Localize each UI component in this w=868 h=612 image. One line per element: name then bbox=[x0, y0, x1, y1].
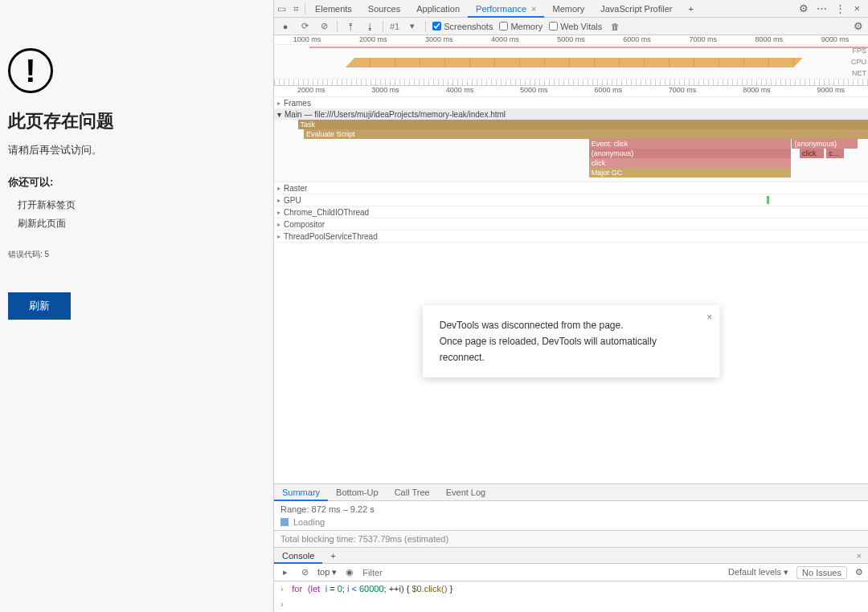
record-icon[interactable]: ● bbox=[279, 22, 292, 31]
track-frames[interactable]: ▸Frames bbox=[274, 98, 314, 108]
device-toggle-icon[interactable]: ⌗ bbox=[289, 3, 303, 14]
track-childio[interactable]: ▸Chrome_ChildIOThread bbox=[274, 207, 372, 218]
screenshots-checkbox[interactable]: Screenshots bbox=[432, 22, 493, 31]
close-devtools-icon[interactable]: × bbox=[854, 2, 860, 14]
performance-toolbar: ● ⟳ ⊘ ⭱ ⭳ #1 ▾ Screenshots Memory Web Vi… bbox=[274, 18, 868, 35]
flame-chart[interactable]: ▸Frames ▾Main — file:///Users/muji/ideaP… bbox=[274, 97, 868, 243]
blocking-time: Total blocking time: 7537.79ms (estimate… bbox=[274, 531, 868, 548]
flame-evaluate-script[interactable]: Evaluate Script bbox=[304, 129, 868, 139]
flame-main-rows[interactable]: Task Evaluate Script Event: click (anony… bbox=[274, 120, 868, 182]
toast-line-1: DevTools was disconnected from the page. bbox=[440, 317, 687, 333]
issues-pill[interactable]: No Issues bbox=[796, 566, 847, 579]
overview-ticks bbox=[274, 79, 868, 85]
refresh-button[interactable]: 刷新 bbox=[8, 292, 71, 320]
gc-icon[interactable]: 🗑 bbox=[608, 22, 621, 31]
tab-console[interactable]: Console bbox=[274, 548, 322, 564]
console-sidebar-icon[interactable]: ▸ bbox=[279, 567, 292, 577]
disconnected-toast: × DevTools was disconnected from the pag… bbox=[423, 305, 720, 377]
web-vitals-checkbox[interactable]: Web Vitals bbox=[549, 22, 602, 31]
error-code: 错误代码: 5 bbox=[8, 249, 265, 260]
flame-click[interactable]: click bbox=[589, 158, 791, 168]
tab-call-tree[interactable]: Call Tree bbox=[387, 483, 438, 501]
overview-timeline[interactable]: 1000 ms 2000 ms 3000 ms 4000 ms 5000 ms … bbox=[274, 35, 868, 86]
loading-swatch-icon bbox=[280, 518, 289, 526]
warning-icon: ! bbox=[8, 48, 53, 93]
console-settings-icon[interactable]: ⚙ bbox=[855, 567, 863, 577]
drawer-tab-bar: Console + × bbox=[274, 548, 868, 564]
separator bbox=[305, 3, 305, 14]
clear-console-icon[interactable]: ⊘ bbox=[298, 567, 311, 577]
chevron-right-icon: › bbox=[280, 584, 284, 594]
tab-bottom-up[interactable]: Bottom-Up bbox=[328, 483, 387, 501]
tab-memory[interactable]: Memory bbox=[544, 0, 592, 18]
devtools-tab-bar: ▭ ⌗ Elements Sources Application Perform… bbox=[274, 0, 868, 18]
track-raster[interactable]: ▸Raster bbox=[274, 183, 310, 194]
tab-summary[interactable]: Summary bbox=[274, 483, 328, 501]
error-also-label: 你还可以: bbox=[8, 175, 265, 190]
summary-body: Range: 872 ms – 9.22 s Loading bbox=[274, 501, 868, 531]
flame-click-2[interactable]: click bbox=[800, 149, 824, 158]
clear-icon[interactable]: ⊘ bbox=[317, 21, 330, 31]
tab-event-log[interactable]: Event Log bbox=[438, 483, 494, 501]
console-filter-input[interactable] bbox=[362, 568, 722, 577]
console-input-line[interactable]: › for (let i = 0; i < 60000; ++i) { $0.c… bbox=[274, 581, 868, 597]
error-title: 此页存在问题 bbox=[8, 109, 265, 133]
more-icon[interactable]: ⋮ bbox=[835, 2, 845, 14]
customize-icon[interactable]: ⋯ bbox=[817, 2, 827, 14]
main-time-marks: 2000 ms 3000 ms 4000 ms 5000 ms 6000 ms … bbox=[274, 86, 868, 97]
close-drawer-icon[interactable]: × bbox=[857, 551, 868, 561]
context-selector[interactable]: top ▾ bbox=[317, 567, 337, 577]
error-option-refresh[interactable]: 刷新此页面 bbox=[8, 214, 265, 233]
devtools-panel: ▭ ⌗ Elements Sources Application Perform… bbox=[273, 0, 868, 612]
summary-tab-bar: Summary Bottom-Up Call Tree Event Log bbox=[274, 483, 868, 501]
load-profile-icon[interactable]: ⭱ bbox=[344, 22, 357, 31]
frame-number-label: #1 bbox=[390, 22, 399, 31]
flame-click-3[interactable]: c… bbox=[826, 149, 844, 158]
tab-elements[interactable]: Elements bbox=[307, 0, 360, 18]
gpu-tick bbox=[767, 196, 769, 204]
gpu-lane bbox=[305, 195, 868, 205]
track-compositor[interactable]: ▸Compositor bbox=[274, 219, 328, 230]
inspect-icon[interactable]: ▭ bbox=[274, 3, 289, 14]
tab-sources[interactable]: Sources bbox=[360, 0, 408, 18]
reload-record-icon[interactable]: ⟳ bbox=[298, 21, 311, 31]
memory-checkbox[interactable]: Memory bbox=[499, 22, 542, 31]
flame-major-gc[interactable]: Major GC bbox=[589, 168, 791, 177]
add-drawer-tab[interactable]: + bbox=[322, 548, 343, 564]
tab-application[interactable]: Application bbox=[408, 0, 468, 18]
add-tab-button[interactable]: + bbox=[680, 0, 701, 18]
track-main[interactable]: ▾Main — file:///Users/muji/ideaProjects/… bbox=[274, 109, 868, 120]
console-prompt[interactable]: › bbox=[274, 597, 868, 612]
flame-anonymous-2[interactable]: (anonymous) bbox=[792, 139, 857, 149]
close-icon[interactable]: × bbox=[706, 309, 712, 325]
summary-range: Range: 872 ms – 9.22 s bbox=[280, 504, 862, 514]
frame-dropdown-icon[interactable]: ▾ bbox=[406, 21, 419, 31]
browser-error-page: ! 此页存在问题 请稍后再尝试访问。 你还可以: 打开新标签页 刷新此页面 错误… bbox=[0, 0, 273, 612]
tab-performance[interactable]: Performance× bbox=[468, 0, 544, 18]
error-subtitle: 请稍后再尝试访问。 bbox=[8, 143, 265, 157]
capture-settings-icon[interactable]: ⚙ bbox=[854, 20, 863, 32]
flame-task[interactable]: Task bbox=[298, 120, 868, 129]
settings-icon[interactable]: ⚙ bbox=[799, 2, 809, 14]
flame-anonymous[interactable]: (anonymous) bbox=[589, 149, 791, 158]
log-levels-selector[interactable]: Default levels ▾ bbox=[728, 567, 788, 577]
save-profile-icon[interactable]: ⭳ bbox=[363, 22, 376, 31]
overview-fps-band bbox=[309, 47, 868, 48]
console-toolbar: ▸ ⊘ top ▾ ◉ Default levels ▾ No Issues ⚙ bbox=[274, 564, 868, 581]
tab-js-profiler[interactable]: JavaScript Profiler bbox=[592, 0, 680, 18]
error-options-list: 打开新标签页 刷新此页面 bbox=[8, 196, 265, 233]
overview-side-labels: FPS CPU NET bbox=[851, 45, 866, 79]
summary-loading-label: Loading bbox=[293, 517, 325, 527]
overview-cpu-band bbox=[346, 58, 803, 67]
close-icon[interactable]: × bbox=[531, 4, 536, 14]
toast-line-2: Once page is reloaded, DevTools will aut… bbox=[440, 333, 687, 365]
error-option-new-tab[interactable]: 打开新标签页 bbox=[8, 196, 265, 214]
track-gpu[interactable]: ▸GPU bbox=[274, 195, 305, 206]
overview-time-marks: 1000 ms 2000 ms 3000 ms 4000 ms 5000 ms … bbox=[274, 35, 868, 45]
track-threadpool[interactable]: ▸ThreadPoolServiceThread bbox=[274, 231, 381, 242]
chevron-right-icon: › bbox=[280, 599, 284, 609]
live-expression-icon[interactable]: ◉ bbox=[343, 567, 356, 577]
flame-event-click[interactable]: Event: click bbox=[589, 139, 791, 149]
